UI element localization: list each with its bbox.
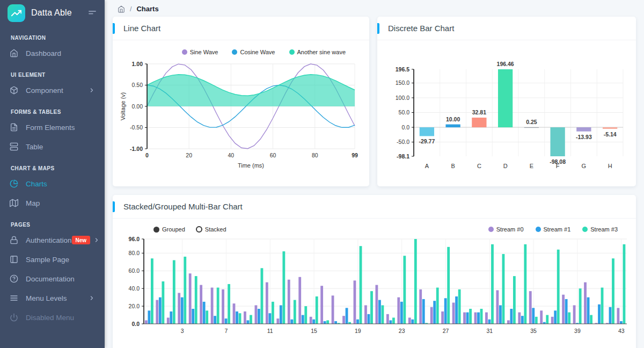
bar-x0-s2[interactable]: [151, 258, 153, 324]
legend-item-stream-1[interactable]: Stream #1: [536, 226, 571, 233]
bar-x5-s1[interactable]: [203, 302, 206, 324]
bar-x39-s2[interactable]: [579, 288, 582, 324]
bar-x23-s2[interactable]: [403, 256, 406, 324]
bar-x18-s1[interactable]: [346, 308, 348, 324]
bar-D[interactable]: [498, 69, 513, 127]
bar-x7-s0[interactable]: [222, 289, 224, 324]
bar-x36-s0[interactable]: [540, 310, 543, 324]
bar-x7-s2[interactable]: [228, 284, 230, 324]
bar-x26-s1[interactable]: [433, 301, 436, 324]
legend-item-stream-0[interactable]: Stream #0: [488, 226, 524, 233]
bar-x8-s1[interactable]: [236, 311, 238, 324]
bar-x32-s2[interactable]: [502, 254, 505, 324]
bar-x33-s0[interactable]: [507, 320, 510, 324]
bar-x34-s0[interactable]: [518, 313, 521, 324]
bar-x38-s1[interactable]: [565, 299, 568, 324]
bar-x7-s1[interactable]: [225, 318, 228, 324]
bar-x37-s0[interactable]: [551, 317, 554, 324]
multi-bar-chart-svg[interactable]: 0.020.040.060.080.096.037111519232731353…: [118, 234, 631, 342]
bar-x0-s0[interactable]: [145, 320, 148, 324]
bar-A[interactable]: [420, 127, 434, 136]
bar-x43-s0[interactable]: [617, 308, 619, 324]
bar-x2-s0[interactable]: [167, 317, 170, 324]
bar-x38-s0[interactable]: [562, 295, 565, 324]
bar-x23-s0[interactable]: [397, 298, 400, 324]
bar-x4-s1[interactable]: [192, 309, 194, 324]
bar-x31-s0[interactable]: [485, 313, 488, 324]
bar-x5-s0[interactable]: [200, 285, 202, 324]
bar-x28-s1[interactable]: [455, 296, 458, 324]
bar-x22-s0[interactable]: [386, 314, 389, 324]
bar-H[interactable]: [603, 127, 617, 129]
bar-x40-s1[interactable]: [587, 298, 590, 324]
brand-logo[interactable]: [8, 4, 25, 22]
bar-x42-s2[interactable]: [612, 258, 614, 324]
sidebar-item-map[interactable]: Map: [0, 193, 105, 213]
bar-F[interactable]: [550, 127, 565, 156]
bar-x17-s1[interactable]: [334, 321, 337, 324]
bar-x29-s0[interactable]: [463, 313, 466, 324]
bar-x10-s2[interactable]: [261, 268, 264, 324]
legend-item-cosine-wave[interactable]: Cosine Wave: [232, 49, 275, 55]
sidebar-item-menu-levels[interactable]: Menu Levels: [0, 288, 105, 308]
bar-x31-s1[interactable]: [488, 320, 491, 324]
discrete-bar-chart-svg[interactable]: -29.7710.0032.81196.460.25-98.08-13.93-5…: [383, 52, 630, 179]
bar-x8-s0[interactable]: [233, 303, 236, 324]
bar-x16-s0[interactable]: [320, 286, 323, 324]
bar-x28-s2[interactable]: [458, 289, 461, 324]
bar-x1-s0[interactable]: [156, 300, 158, 324]
bar-x8-s2[interactable]: [239, 313, 241, 324]
bar-x16-s2[interactable]: [326, 320, 329, 324]
bar-x12-s1[interactable]: [280, 305, 282, 324]
legend-item-another-sine-wave[interactable]: Another sine wave: [289, 49, 346, 55]
bar-x13-s1[interactable]: [290, 320, 293, 324]
bar-x33-s2[interactable]: [513, 276, 516, 324]
bar-x20-s0[interactable]: [364, 305, 367, 324]
bar-x40-s2[interactable]: [590, 315, 592, 324]
bar-x31-s2[interactable]: [491, 244, 494, 324]
bar-x24-s1[interactable]: [411, 320, 414, 324]
bar-x9-s0[interactable]: [244, 311, 246, 324]
bar-x21-s2[interactable]: [382, 305, 384, 324]
bar-x34-s2[interactable]: [524, 244, 526, 324]
home-icon[interactable]: [118, 5, 125, 13]
bar-x9-s2[interactable]: [250, 315, 252, 324]
sidebar-item-form-elements[interactable]: Form Elements: [0, 118, 105, 137]
bar-x27-s0[interactable]: [441, 311, 444, 324]
bar-x22-s1[interactable]: [389, 320, 392, 324]
bar-x38-s2[interactable]: [568, 313, 570, 324]
bar-x9-s1[interactable]: [247, 320, 250, 324]
bar-x42-s1[interactable]: [609, 307, 612, 324]
bar-x19-s1[interactable]: [356, 320, 359, 324]
bar-x1-s2[interactable]: [162, 281, 164, 324]
bar-x25-s1[interactable]: [422, 299, 425, 324]
bar-x6-s0[interactable]: [211, 288, 214, 324]
bar-x37-s1[interactable]: [554, 310, 557, 324]
sidebar-item-sample-page[interactable]: Sample Page: [0, 250, 105, 269]
bar-x22-s2[interactable]: [392, 317, 395, 324]
bar-x5-s2[interactable]: [206, 310, 208, 324]
sidebar-item-charts[interactable]: Charts: [0, 174, 105, 193]
bar-x25-s0[interactable]: [419, 289, 422, 324]
bar-x6-s2[interactable]: [217, 288, 219, 324]
bar-x27-s1[interactable]: [444, 298, 447, 324]
bar-x35-s1[interactable]: [532, 308, 535, 324]
bar-x41-s2[interactable]: [601, 288, 604, 324]
bar-x14-s2[interactable]: [304, 306, 307, 324]
bar-x4-s2[interactable]: [195, 276, 197, 324]
bar-x16-s1[interactable]: [324, 321, 326, 324]
bar-x4-s0[interactable]: [189, 273, 192, 324]
bar-x21-s0[interactable]: [375, 285, 378, 324]
bar-x23-s1[interactable]: [400, 302, 403, 324]
bar-x19-s2[interactable]: [360, 246, 362, 324]
bar-x29-s1[interactable]: [466, 313, 469, 324]
bar-x33-s1[interactable]: [510, 309, 513, 324]
bar-C[interactable]: [472, 118, 486, 127]
legend-item-sine-wave[interactable]: Sine Wave: [182, 49, 218, 55]
bar-x12-s2[interactable]: [282, 251, 285, 324]
bar-x19-s0[interactable]: [354, 280, 356, 324]
bar-x29-s2[interactable]: [469, 309, 472, 324]
bar-x37-s2[interactable]: [557, 250, 560, 324]
bar-x13-s0[interactable]: [288, 280, 290, 324]
bar-x35-s2[interactable]: [535, 317, 538, 324]
